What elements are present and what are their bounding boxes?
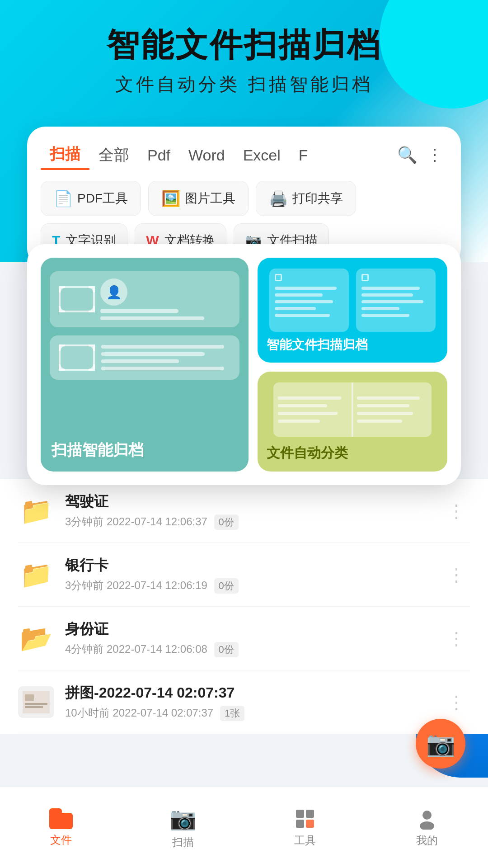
tab-pdf[interactable]: Pdf: [138, 143, 179, 168]
fab-camera-button[interactable]: 📷: [416, 719, 465, 769]
nav-item-tools[interactable]: 工具: [244, 787, 366, 868]
tab-all[interactable]: 全部: [89, 141, 138, 169]
header-title: 智能文件扫描归档: [0, 27, 488, 63]
file-item[interactable]: 📂 身份证 4分钟前 2022-07-14 12:06:08 0份 ⋮: [18, 607, 470, 670]
folder-icon: 📁: [18, 559, 54, 590]
folder-icon: 📁: [18, 495, 54, 527]
tab-excel[interactable]: Excel: [234, 143, 290, 168]
doc-card-mockup: [50, 335, 239, 380]
nav-item-mine[interactable]: 我的: [366, 787, 488, 868]
id-avatar-icon: 👤: [100, 278, 127, 306]
files-nav-label: 文件: [50, 833, 72, 847]
header-subtitle: 文件自动分类 扫描智能归档: [0, 72, 488, 97]
nav-item-scan[interactable]: 📷 扫描: [122, 787, 244, 868]
id-lines: 👤: [100, 278, 230, 320]
file-badge: 0份: [214, 578, 239, 594]
tools-nav-icon: [294, 808, 316, 830]
bottom-nav: 文件 📷 扫描 工具 我的: [0, 787, 488, 868]
print-icon: 🖨️: [269, 189, 288, 208]
doc-scan-frame: [59, 286, 95, 312]
pdf-tool-label: PDF工具: [77, 190, 128, 207]
doc-lines: [101, 345, 230, 370]
tab-scan[interactable]: 扫描: [41, 140, 89, 170]
popup-right-bottom: 文件自动分类: [258, 372, 447, 472]
svg-point-8: [422, 811, 432, 820]
file-info: 身份证 4分钟前 2022-07-14 12:06:08 0份: [65, 619, 432, 657]
file-info: 驾驶证 3分钟前 2022-07-14 12:06:37 0份: [65, 492, 432, 530]
file-item[interactable]: 拼图-2022-07-14 02:07:37 10小时前 2022-07-14 …: [18, 670, 470, 734]
doc-icon-2: [356, 269, 436, 332]
file-badge: 0份: [214, 642, 239, 657]
two-docs-icons: [265, 269, 440, 332]
file-meta: 3分钟前 2022-07-14 12:06:37 0份: [65, 514, 432, 530]
image-tool-btn[interactable]: 🖼️ 图片工具: [148, 181, 249, 216]
print-tool-btn[interactable]: 🖨️ 打印共享: [256, 181, 356, 216]
tab-f[interactable]: F: [290, 143, 317, 168]
file-meta: 3分钟前 2022-07-14 12:06:19 0份: [65, 578, 432, 594]
file-info: 拼图-2022-07-14 02:07:37 10小时前 2022-07-14 …: [65, 683, 432, 721]
file-thumb: [18, 686, 54, 718]
svg-rect-4: [296, 810, 304, 818]
file-name: 拼图-2022-07-14 02:07:37: [65, 683, 432, 703]
svg-rect-2: [25, 703, 47, 705]
print-tool-label: 打印共享: [292, 190, 343, 207]
tools-nav-label: 工具: [294, 833, 316, 848]
mine-nav-label: 我的: [416, 833, 438, 848]
file-more-btn[interactable]: ⋮: [443, 496, 470, 526]
thumbnail-svg: [23, 691, 50, 713]
tool-row: 📄 PDF工具 🖼️ 图片工具 🖨️ 打印共享: [41, 181, 447, 216]
popup-left: 👤 扫描智能归档: [41, 258, 249, 472]
popup-right-bottom-label: 文件自动分类: [265, 444, 350, 462]
popup-card: 👤 扫描智能归档: [27, 244, 461, 485]
file-more-btn[interactable]: ⋮: [443, 687, 470, 717]
file-info: 银行卡 3分钟前 2022-07-14 12:06:19 0份: [65, 556, 432, 594]
header-section: 智能文件扫描归档 文件自动分类 扫描智能归档: [0, 27, 488, 97]
file-list: 📁 驾驶证 3分钟前 2022-07-14 12:06:37 0份 ⋮ 📁 银行…: [0, 479, 488, 734]
pdf-tool-btn[interactable]: 📄 PDF工具: [41, 181, 141, 216]
doc-icon-1: [269, 269, 349, 332]
svg-rect-3: [25, 706, 43, 708]
folder-icon: 📂: [18, 623, 54, 654]
file-name: 银行卡: [65, 556, 432, 576]
scan-nav-icon: 📷: [169, 806, 197, 831]
doc-frame: [59, 344, 95, 371]
search-icon[interactable]: 🔍: [393, 142, 422, 168]
popup-right-top-label: 智能文件扫描归档: [265, 336, 370, 354]
tab-word[interactable]: Word: [179, 143, 234, 168]
file-meta: 10小时前 2022-07-14 02:07:37 1张: [65, 706, 432, 721]
book-lines-left: [273, 390, 352, 429]
tab-bar: 扫描 全部 Pdf Word Excel F 🔍 ⋮: [41, 140, 447, 170]
file-badge: 1张: [220, 706, 244, 721]
popup-right-top: 智能文件扫描归档: [258, 258, 447, 363]
file-meta: 4分钟前 2022-07-14 12:06:08 0份: [65, 642, 432, 657]
camera-icon: 📷: [426, 730, 455, 758]
file-name: 身份证: [65, 619, 432, 639]
pdf-icon: 📄: [54, 189, 73, 208]
svg-rect-5: [306, 810, 314, 818]
file-more-btn[interactable]: ⋮: [443, 623, 470, 653]
nav-item-files[interactable]: 文件: [0, 787, 122, 868]
popup-left-label: 扫描智能归档: [50, 440, 145, 461]
popup-right: 智能文件扫描归档 文件自动分类: [258, 258, 447, 472]
file-more-btn[interactable]: ⋮: [443, 560, 470, 590]
svg-rect-0: [23, 691, 50, 713]
svg-point-9: [420, 821, 434, 830]
svg-rect-1: [25, 694, 34, 701]
more-icon[interactable]: ⋮: [422, 142, 447, 168]
book-spine: [352, 382, 353, 437]
scan-nav-label: 扫描: [172, 835, 194, 849]
file-item[interactable]: 📁 驾驶证 3分钟前 2022-07-14 12:06:37 0份 ⋮: [18, 479, 470, 543]
files-nav-icon: [49, 808, 73, 829]
image-tool-label: 图片工具: [185, 190, 235, 207]
file-badge: 0份: [214, 514, 239, 530]
book-icon: [273, 382, 431, 437]
file-item[interactable]: 📁 银行卡 3分钟前 2022-07-14 12:06:19 0份 ⋮: [18, 543, 470, 607]
svg-rect-6: [296, 820, 304, 828]
person-nav-icon: [416, 808, 438, 830]
svg-rect-7: [306, 820, 314, 828]
image-icon: 🖼️: [161, 189, 180, 208]
book-lines-right: [352, 390, 432, 429]
file-name: 驾驶证: [65, 492, 432, 512]
id-card-mockup: 👤: [50, 271, 239, 327]
